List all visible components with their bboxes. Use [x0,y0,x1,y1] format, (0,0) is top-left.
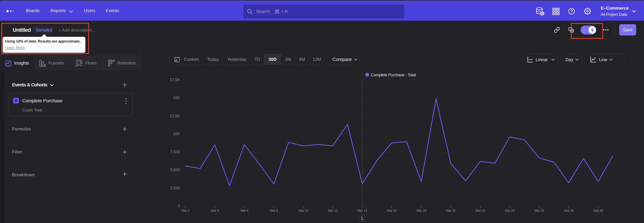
svg-text:Mar 30: Mar 30 [593,209,603,212]
svg-text:Mar 24: Mar 24 [505,209,514,212]
svg-text:0: 0 [178,204,180,208]
svg-text:Mar 20: Mar 20 [446,209,456,212]
svg-text:Mar 26: Mar 26 [534,209,544,212]
svg-text:17.5K: 17.5K [170,78,180,82]
svg-text:Mar 14: Mar 14 [358,209,367,212]
svg-text:15K: 15K [173,96,180,100]
svg-text:Mar 4: Mar 4 [211,209,219,212]
svg-text:Mar 18: Mar 18 [416,209,426,212]
svg-text:Mar 28: Mar 28 [564,209,574,212]
svg-text:Mar 6: Mar 6 [240,209,248,212]
svg-text:Mar 8: Mar 8 [270,209,278,212]
svg-text:Mar 22: Mar 22 [476,209,485,212]
svg-text:Mar 12: Mar 12 [328,209,338,212]
svg-text:12.5K: 12.5K [170,114,180,118]
svg-text:2,500: 2,500 [170,186,180,190]
svg-text:7,500: 7,500 [170,150,180,154]
svg-text:5,000: 5,000 [170,168,180,172]
svg-text:Mar 2: Mar 2 [181,209,189,212]
svg-text:Mar 16: Mar 16 [387,209,397,212]
svg-text:Mar 10: Mar 10 [298,209,308,212]
svg-text:10K: 10K [173,132,180,136]
